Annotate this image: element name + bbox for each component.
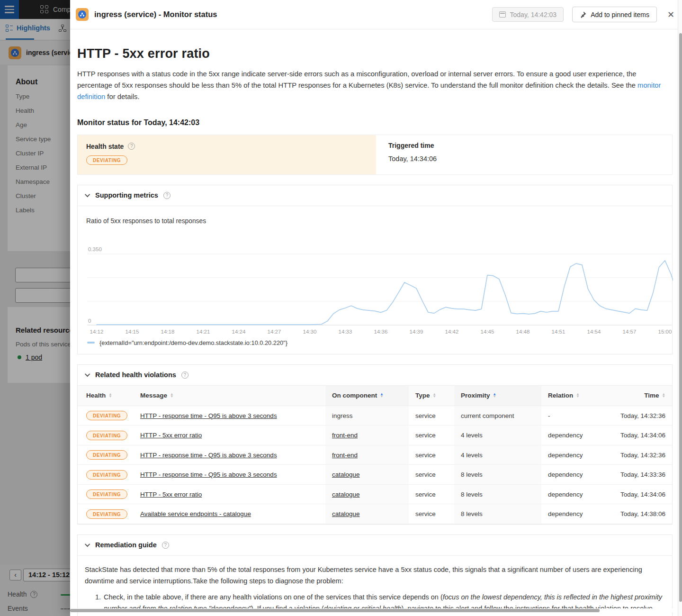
- component-link[interactable]: catalogue: [332, 510, 360, 517]
- monitor-status-heading: Monitor status for Today, 14:42:03: [77, 118, 673, 127]
- chart-title: Ratio of 5xx responses to total response…: [78, 206, 672, 225]
- relation-value: dependency: [541, 491, 605, 498]
- sort-icon[interactable]: ▲▼: [108, 393, 112, 398]
- sort-icon[interactable]: ▲▼: [493, 393, 496, 398]
- sort-icon[interactable]: ▲▼: [576, 393, 579, 398]
- svg-text:14:42: 14:42: [445, 329, 459, 335]
- remediation-guide-body: StackState has detected that more than 5…: [78, 556, 672, 616]
- vertical-scrollbar[interactable]: [678, 0, 682, 616]
- proximity-value: current component: [454, 406, 541, 426]
- supporting-metrics-header[interactable]: Supporting metrics ?: [78, 185, 672, 206]
- violation-row: DEVIATINGAvailable service endpoints - c…: [78, 504, 672, 524]
- column-header-on-component[interactable]: On component▲▼: [325, 386, 409, 406]
- svg-text:14:15: 14:15: [126, 329, 139, 335]
- monitor-description: HTTP responses with a status code in the…: [77, 69, 673, 103]
- supporting-metrics-section: Supporting metrics ? Ratio of 5xx respon…: [77, 185, 673, 354]
- metrics-line-chart: 0.350014:1214:1514:1814:2114:2414:2714:3…: [78, 226, 672, 338]
- violation-time: Today, 14:32:36: [605, 452, 673, 459]
- monitor-status-modal: ingress (service) - Monitor status Today…: [70, 0, 682, 616]
- violation-message-link[interactable]: HTTP - 5xx error ratio: [140, 432, 202, 439]
- component-type: service: [409, 471, 454, 478]
- health-state-label: Health state: [86, 143, 124, 150]
- help-icon[interactable]: ?: [181, 371, 188, 379]
- page-title: HTTP - 5xx error ratio: [77, 46, 673, 61]
- add-to-pinned-button[interactable]: Add to pinned items: [572, 7, 657, 22]
- component-type: service: [409, 491, 454, 498]
- sort-icon[interactable]: ▲▼: [662, 393, 665, 398]
- close-icon[interactable]: ✕: [667, 10, 674, 19]
- svg-text:14:57: 14:57: [623, 329, 637, 335]
- svg-text:0.350: 0.350: [88, 246, 102, 252]
- violation-time: Today, 14:34:06: [605, 491, 673, 498]
- health-badge: DEVIATING: [86, 509, 127, 519]
- svg-text:14:36: 14:36: [374, 329, 388, 335]
- remediation-guide-header[interactable]: Remediation guide ?: [78, 535, 672, 556]
- svg-text:14:51: 14:51: [552, 329, 565, 335]
- time-picker-button[interactable]: Today, 14:42:03: [492, 7, 564, 22]
- health-badge: DEVIATING: [86, 431, 127, 440]
- column-header-message[interactable]: Message▲▼: [134, 392, 325, 399]
- proximity-value: 8 levels: [454, 465, 541, 484]
- violation-message-link[interactable]: Available service endpoints - catalogue: [140, 510, 251, 517]
- component-link[interactable]: catalogue: [332, 491, 360, 498]
- pin-icon: [580, 11, 586, 18]
- svg-text:14:21: 14:21: [197, 329, 210, 335]
- chevron-down-icon: [85, 542, 90, 547]
- horizontal-scrollbar[interactable]: [70, 608, 678, 612]
- remediation-intro: StackState has detected that more than 5…: [85, 564, 664, 587]
- violation-message-link[interactable]: HTTP - response time - Q95 is above 3 se…: [140, 412, 277, 419]
- chart-legend: {externalId="urn:endpoint:/demo-dev.demo…: [78, 338, 672, 354]
- violations-table-header: Health▲▼Message▲▼On component▲▼Type▲▼Pro…: [78, 386, 672, 406]
- component-type: service: [409, 412, 454, 419]
- svg-text:14:48: 14:48: [516, 329, 530, 335]
- column-header-relation[interactable]: Relation▲▼: [541, 392, 605, 399]
- proximity-value: 8 levels: [454, 485, 541, 504]
- sort-icon[interactable]: ▲▼: [433, 393, 436, 398]
- health-badge: DEVIATING: [86, 411, 127, 420]
- column-header-time[interactable]: Time▲▼: [605, 392, 673, 399]
- legend-series-label: {externalId="urn:endpoint:/demo-dev.demo…: [99, 339, 287, 346]
- health-state-badge: DEVIATING: [86, 155, 127, 165]
- related-health-violations-header[interactable]: Related health violations ?: [78, 365, 672, 386]
- column-header-type[interactable]: Type▲▼: [409, 392, 454, 399]
- svg-text:14:30: 14:30: [303, 329, 317, 335]
- sort-icon[interactable]: ▲▼: [380, 393, 383, 398]
- legend-line-swatch: [87, 342, 95, 344]
- svg-text:14:24: 14:24: [232, 329, 246, 335]
- violation-message-link[interactable]: HTTP - response time - Q95 is above 3 se…: [140, 452, 277, 459]
- component-link[interactable]: catalogue: [332, 471, 360, 478]
- column-header-health[interactable]: Health▲▼: [78, 392, 134, 399]
- health-state-panel: Health state ? DEVIATING Triggered time …: [77, 135, 673, 175]
- violation-message-link[interactable]: HTTP - response time - Q95 is above 3 se…: [140, 471, 277, 478]
- violation-time: Today, 14:32:36: [605, 412, 673, 419]
- violation-message-link[interactable]: HTTP - 5xx error ratio: [140, 491, 202, 498]
- violation-row: DEVIATINGHTTP - response time - Q95 is a…: [78, 406, 672, 426]
- remediation-step: Check, in the table above, if there are …: [103, 592, 664, 616]
- column-header-proximity[interactable]: Proximity▲▼: [454, 386, 541, 406]
- svg-text:14:33: 14:33: [339, 329, 352, 335]
- remediation-guide-title: Remediation guide: [95, 541, 157, 549]
- violations-table-body: DEVIATINGHTTP - response time - Q95 is a…: [78, 406, 672, 524]
- proximity-value: 8 levels: [454, 504, 541, 524]
- service-icon: [76, 8, 89, 21]
- health-badge: DEVIATING: [86, 470, 127, 480]
- component-link[interactable]: front-end: [332, 432, 358, 439]
- sort-icon[interactable]: ▲▼: [170, 393, 173, 398]
- health-badge: DEVIATING: [86, 489, 127, 499]
- component-link[interactable]: front-end: [332, 452, 358, 459]
- help-icon[interactable]: ?: [162, 542, 169, 549]
- related-health-violations-title: Related health violations: [95, 371, 176, 379]
- violation-row: DEVIATINGHTTP - 5xx error ratiofront-end…: [78, 426, 672, 445]
- proximity-value: 4 levels: [454, 445, 541, 465]
- violation-time: Today, 14:38:06: [605, 510, 673, 517]
- component-type: service: [409, 452, 454, 459]
- violation-row: DEVIATINGHTTP - response time - Q95 is a…: [78, 465, 672, 485]
- triggered-time-value: Today, 14:34:06: [388, 155, 661, 163]
- help-icon[interactable]: ?: [128, 143, 135, 150]
- relation-value: dependency: [541, 471, 605, 478]
- svg-text:14:18: 14:18: [161, 329, 175, 335]
- help-icon[interactable]: ?: [163, 192, 170, 199]
- modal-body: HTTP - 5xx error ratio HTTP responses wi…: [70, 46, 682, 616]
- violation-row: DEVIATINGHTTP - 5xx error ratiocatalogue…: [78, 485, 672, 505]
- related-health-violations-section: Related health violations ? Health▲▼Mess…: [77, 364, 673, 525]
